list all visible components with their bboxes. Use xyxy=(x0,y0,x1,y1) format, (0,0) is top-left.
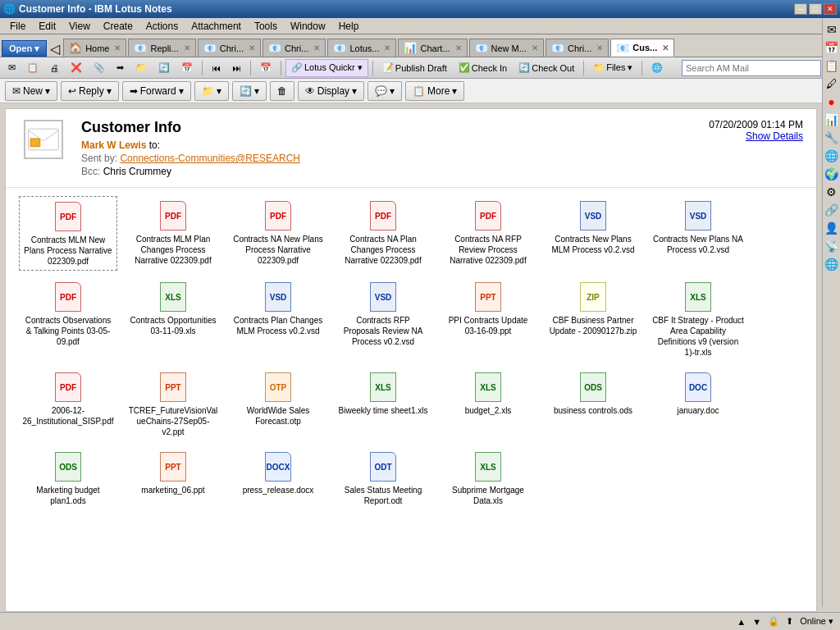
right-icon-wrench[interactable]: 🔧 xyxy=(823,130,840,146)
right-icon-broadcast[interactable]: 📡 xyxy=(823,238,840,254)
right-icon-globe3[interactable]: 🌐 xyxy=(823,256,840,272)
maximize-button[interactable]: □ xyxy=(809,3,822,15)
tab-customer-close[interactable]: ✕ xyxy=(662,43,669,52)
menu-file[interactable]: File xyxy=(3,19,32,34)
tab-lotus-close[interactable]: ✕ xyxy=(384,43,390,52)
attachment-item[interactable]: VSDContracts RFP Proposals Review NA Pro… xyxy=(334,277,432,350)
tab-chart[interactable]: 📊 Chart... ✕ xyxy=(398,39,467,57)
attachment-item[interactable]: PDFContracts NA New Plans Process Narrat… xyxy=(229,196,327,269)
toolbar-nav2-btn[interactable]: ⏭ xyxy=(227,59,246,77)
tab-chri1-close[interactable]: ✕ xyxy=(249,43,255,52)
right-icon-gear[interactable]: ⚙ xyxy=(824,184,838,200)
move-button[interactable]: 📁 ▾ xyxy=(194,81,229,101)
attachment-item[interactable]: PPTTCREF_FutureVisionValueChains-27Sep05… xyxy=(124,368,222,441)
attachment-item[interactable]: PDFContracts Observations & Talking Poin… xyxy=(19,277,117,350)
tab-chart-close[interactable]: ✕ xyxy=(455,43,462,52)
scroll-up-icon[interactable]: ▲ xyxy=(737,617,746,627)
toolbar-nav-btn[interactable]: ⏮ xyxy=(207,59,226,77)
new-button[interactable]: ✉ New ▾ xyxy=(5,81,57,101)
chat-button[interactable]: 💬 ▾ xyxy=(368,81,402,101)
tab-repli-close[interactable]: ✕ xyxy=(184,43,190,52)
email-sentby-addr[interactable]: Connections-Communities@RESEARCH xyxy=(120,153,300,164)
menu-actions[interactable]: Actions xyxy=(139,19,185,34)
attachment-item[interactable]: PPTmarketing_06.ppt xyxy=(124,447,222,499)
toolbar-calendar2-btn[interactable]: 📅 xyxy=(255,59,276,77)
tab-customer[interactable]: 📧 Cus... ✕ xyxy=(610,39,674,57)
files-button[interactable]: 📁 Files ▾ xyxy=(588,59,637,77)
right-icon-clipboard[interactable]: 📋 xyxy=(823,57,840,74)
attachment-item[interactable]: ODSbusiness controls.ods xyxy=(544,368,642,419)
online-status[interactable]: Online ▾ xyxy=(800,616,833,627)
menu-edit[interactable]: Edit xyxy=(32,19,62,34)
attachment-item[interactable]: ODTSales Status Meeting Report.odt xyxy=(334,447,432,509)
attachment-item[interactable]: PDFContracts NA Plan Changes Process Nar… xyxy=(334,196,432,269)
close-button[interactable]: ✕ xyxy=(824,3,837,15)
open-button[interactable]: Open ▾ xyxy=(2,40,47,57)
attachment-item[interactable]: VSDContracts New Plans NA Process v0.2.v… xyxy=(649,196,747,258)
right-icon-pen[interactable]: 🖊 xyxy=(824,75,839,92)
menu-attachment[interactable]: Attachment xyxy=(185,19,248,34)
attachment-item[interactable]: DOCXpress_release.docx xyxy=(229,447,327,499)
nav-back-icon[interactable]: ◁ xyxy=(50,41,60,57)
scroll-down-icon[interactable]: ▼ xyxy=(752,617,761,627)
more-button[interactable]: 📋 More ▾ xyxy=(405,81,464,101)
attachment-item[interactable]: XLSContracts Opportunities 03-11-09.xls xyxy=(124,277,222,340)
toolbar-copy-btn[interactable]: 📋 xyxy=(22,59,43,77)
send-receive-button[interactable]: 🔄 ▾ xyxy=(232,81,267,101)
attachment-item[interactable]: XLSSubprime Mortgage Data.xls xyxy=(439,447,537,509)
tab-chri2-close[interactable]: ✕ xyxy=(313,43,320,52)
attachment-item[interactable]: ODSMarketing budget plan1.ods xyxy=(19,447,117,509)
attachment-item[interactable]: XLSbudget_2.xls xyxy=(439,368,537,419)
right-icon-red[interactable]: ● xyxy=(826,94,836,110)
search-input[interactable] xyxy=(682,60,821,76)
right-icon-person[interactable]: 👤 xyxy=(823,220,840,236)
attachment-item[interactable]: VSDContracts New Plans MLM Process v0.2.… xyxy=(544,196,642,258)
tab-chri3-close[interactable]: ✕ xyxy=(596,43,603,52)
right-icon-globe[interactable]: 🌐 xyxy=(823,148,840,164)
menu-help[interactable]: Help xyxy=(332,19,366,34)
right-icon-calendar[interactable]: 📅 xyxy=(823,39,840,56)
right-icon-mail[interactable]: ✉ xyxy=(825,21,838,38)
menu-tools[interactable]: Tools xyxy=(248,19,284,34)
toolbar-calendar-btn[interactable]: 📅 xyxy=(176,59,198,77)
lotus-quickr-button[interactable]: 🔗 Lotus Quickr ▾ xyxy=(285,59,368,77)
tab-home[interactable]: 🏠 Home ✕ xyxy=(63,39,126,57)
menu-create[interactable]: Create xyxy=(97,19,139,34)
tab-newm[interactable]: 📧 New M... ✕ xyxy=(469,39,544,57)
attachment-item[interactable]: OTPWorldWide Sales Forecast.otp xyxy=(229,368,327,430)
toolbar-arrow-btn[interactable]: ➡ xyxy=(112,59,129,77)
menu-view[interactable]: View xyxy=(62,19,97,34)
attachment-item[interactable]: PDF2006-12-26_Institutional_SISP.pdf xyxy=(19,368,117,430)
toolbar-print-btn[interactable]: 🖨 xyxy=(45,59,64,77)
minimize-button[interactable]: ─ xyxy=(794,3,807,15)
show-details-link[interactable]: Show Details xyxy=(746,130,803,142)
check-out-button[interactable]: 🔄 Check Out xyxy=(514,59,579,77)
menu-window[interactable]: Window xyxy=(284,19,332,34)
tab-chri1[interactable]: 📧 Chri... ✕ xyxy=(198,39,261,57)
reply-button[interactable]: ↩ Reply ▾ xyxy=(61,81,119,101)
tab-chri3[interactable]: 📧 Chri... ✕ xyxy=(546,39,609,57)
attachment-item[interactable]: PPTPPI Contracts Update 03-16-09.ppt xyxy=(439,277,537,340)
toolbar-cancel-btn[interactable]: ❌ xyxy=(66,59,87,77)
display-button[interactable]: 👁 Display ▾ xyxy=(298,81,364,101)
toolbar-globe-btn[interactable]: 🌐 xyxy=(646,59,668,77)
attachment-item[interactable]: XLSCBF It Strategy - Product Area Capabi… xyxy=(649,277,747,361)
attachment-item[interactable]: XLSBiweekly time sheet1.xls xyxy=(334,368,432,419)
delete-button[interactable]: 🗑 xyxy=(270,81,294,101)
tab-chri2[interactable]: 📧 Chri... ✕ xyxy=(262,39,326,57)
attachment-item[interactable]: DOCjanuary.doc xyxy=(649,368,747,419)
publish-draft-button[interactable]: 📝 Publish Draft xyxy=(377,59,452,77)
tab-repli[interactable]: 📧 Repli... ✕ xyxy=(128,39,195,57)
tab-home-close[interactable]: ✕ xyxy=(114,43,121,52)
attachment-item[interactable]: PDFContracts NA RFP Review Process Narra… xyxy=(439,196,537,269)
attachment-item[interactable]: VSDContracts Plan Changes MLM Process v0… xyxy=(229,277,327,340)
right-icon-globe2[interactable]: 🌍 xyxy=(823,166,840,182)
forward-button[interactable]: ➡ Forward ▾ xyxy=(122,81,191,101)
attachment-item[interactable]: PDFContracts MLM Plan Changes Process Na… xyxy=(124,196,222,269)
tab-newm-close[interactable]: ✕ xyxy=(532,43,538,52)
attachment-item[interactable]: PDFContracts MLM New Plans Process Narra… xyxy=(19,196,117,271)
toolbar-envelope-btn[interactable]: ✉ xyxy=(3,59,21,77)
toolbar-refresh-btn[interactable]: 🔄 xyxy=(153,59,175,77)
toolbar-attach-btn[interactable]: 📎 xyxy=(89,59,110,77)
check-in-button[interactable]: ✅ Check In xyxy=(454,59,512,77)
